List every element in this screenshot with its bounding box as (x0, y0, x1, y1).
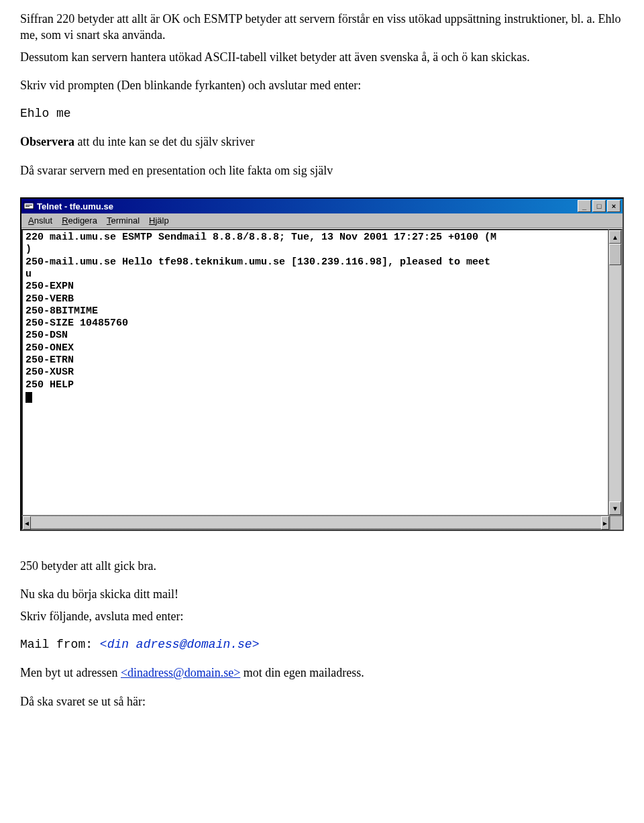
menu-underline: A (28, 215, 34, 226)
paragraph: Då svarar servern med en presentation oc… (20, 162, 624, 179)
svg-rect-3 (25, 206, 30, 207)
terminal-line: 220 mail.umu.se ESMTP Sendmail 8.8.8/8.8… (25, 232, 496, 243)
paragraph: Skriv vid prompten (Den blinkande fyrkan… (20, 77, 624, 93)
paragraph: Siffran 220 betyder att allt är OK och E… (20, 11, 624, 44)
terminal-line: 250-EXPN (25, 281, 74, 292)
menu-text: edigera (68, 215, 97, 226)
link-text[interactable]: <dinadress@domain.se> (121, 666, 240, 679)
scroll-track[interactable] (31, 516, 601, 528)
terminal-line: 250-ONEX (25, 342, 74, 354)
terminal-line: 250-VERB (25, 293, 74, 305)
placeholder-text: <din adress@domain.se> (100, 638, 260, 651)
scroll-down-button[interactable]: ▼ (609, 501, 621, 515)
menu-text: erminal (111, 215, 140, 226)
menu-underline: R (62, 215, 68, 226)
text: mot din egen mailadress. (240, 666, 364, 679)
paragraph: Skriv följande, avsluta med enter: (20, 608, 624, 624)
scroll-corner (610, 516, 623, 528)
vertical-scrollbar[interactable]: ▲ ▼ (609, 229, 623, 516)
scroll-left-button[interactable]: ◄ (23, 516, 31, 530)
code-line: Mail from: <din adress@domain.se> (20, 636, 624, 652)
bold-text: Observera (20, 135, 74, 148)
scroll-right-button[interactable]: ► (601, 516, 609, 530)
window-title: Telnet - tfe.umu.se (37, 201, 578, 211)
window-menubar: Anslut Redigera Terminal Hjälp (21, 213, 623, 228)
app-icon (23, 201, 34, 211)
text: att du inte kan se det du själv skriver (74, 135, 254, 148)
menu-hjalp[interactable]: Hjälp (145, 215, 173, 226)
horizontal-scrollbar[interactable]: ◄ ► (21, 516, 610, 530)
paragraph: 250 betyder att allt gick bra. (20, 558, 624, 574)
terminal-line: u (25, 269, 32, 280)
document-page: Siffran 220 betyder att allt är OK och E… (0, 0, 644, 742)
svg-rect-1 (24, 202, 34, 203)
terminal-area: 220 mail.umu.se ESMTP Sendmail 8.8.8/8.8… (21, 228, 623, 516)
terminal-line: 250-mail.umu.se Hello tfe98.teknikum.umu… (25, 256, 490, 268)
menu-anslut[interactable]: Anslut (24, 215, 56, 226)
paragraph: Nu ska du börja skicka ditt mail! (20, 586, 624, 602)
scroll-track[interactable] (609, 265, 621, 501)
paragraph: Då ska svaret se ut så här: (20, 693, 624, 710)
menu-text: jälp (155, 215, 168, 226)
scroll-up-button[interactable]: ▲ (609, 230, 621, 244)
window-titlebar[interactable]: Telnet - tfe.umu.se _ □ × (21, 199, 623, 213)
terminal-line: 250-XUSR (25, 367, 74, 378)
menu-underline: H (149, 215, 155, 226)
terminal-line: 250-DSN (25, 330, 68, 341)
menu-text: nslut (34, 215, 52, 226)
scroll-thumb[interactable] (609, 244, 621, 265)
maximize-button[interactable]: □ (592, 200, 606, 212)
terminal-line: ) (25, 244, 32, 255)
terminal-line: 250-SIZE 10485760 (25, 318, 128, 329)
terminal-line: 250-ETRN (25, 354, 74, 366)
paragraph: Dessutom kan servern hantera utökad ASCI… (20, 49, 624, 65)
code-line: Ehlo me (20, 105, 624, 122)
menu-terminal[interactable]: Terminal (103, 215, 144, 226)
close-button[interactable]: × (607, 200, 621, 212)
telnet-window: Telnet - tfe.umu.se _ □ × Anslut Rediger… (20, 197, 624, 531)
terminal-line: 250 HELP (25, 379, 74, 391)
svg-rect-2 (25, 205, 32, 205)
terminal-line: 250-8BITMIME (25, 305, 98, 317)
paragraph: Men byt ut adressen <dinadress@domain.se… (20, 665, 624, 681)
paragraph: Observera att du inte kan se det du själ… (20, 134, 624, 150)
terminal-output[interactable]: 220 mail.umu.se ESMTP Sendmail 8.8.8/8.8… (21, 229, 609, 516)
minimize-button[interactable]: _ (578, 200, 591, 212)
cursor-icon (25, 392, 32, 403)
window-buttons: _ □ × (578, 200, 621, 212)
text: Men byt ut adressen (20, 666, 121, 679)
text: Mail from: (20, 638, 100, 651)
menu-redigera[interactable]: Redigera (58, 215, 101, 226)
